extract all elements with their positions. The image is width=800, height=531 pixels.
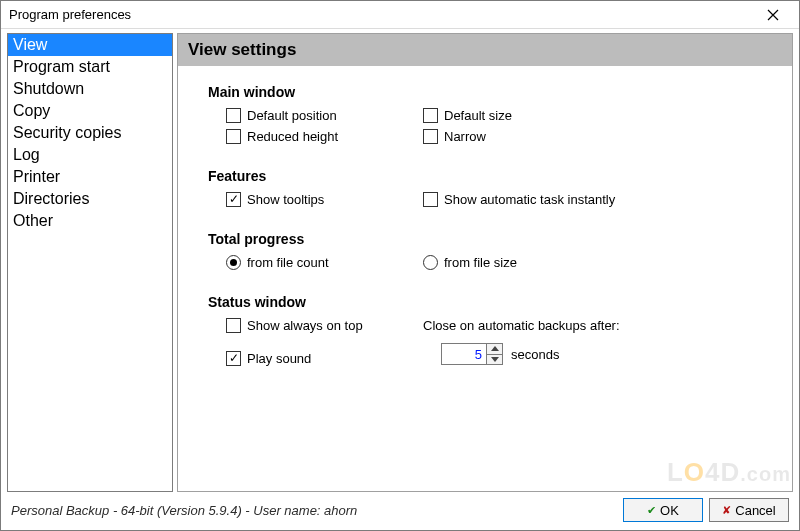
checkbox-icon	[226, 318, 241, 333]
chevron-down-icon	[491, 357, 499, 362]
checkbox-default-position[interactable]: Default position	[208, 108, 423, 123]
section-title: Total progress	[208, 231, 772, 247]
radio-from-file-count[interactable]: from file count	[208, 255, 423, 270]
preferences-window: Program preferences View Program start S…	[0, 0, 800, 531]
checkbox-reduced-height[interactable]: Reduced height	[208, 129, 423, 144]
checkbox-show-tooltips[interactable]: Show tooltips	[208, 192, 423, 207]
chevron-up-icon	[491, 346, 499, 351]
checkbox-default-size[interactable]: Default size	[423, 108, 772, 123]
button-label: Cancel	[735, 503, 775, 518]
section-status-window: Status window Show always on top Play so…	[208, 294, 772, 372]
checkbox-label: Default size	[444, 108, 512, 123]
checkbox-icon	[423, 108, 438, 123]
check-icon: ✔	[647, 505, 656, 516]
panel-heading: View settings	[178, 34, 792, 66]
status-text: Personal Backup - 64-bit (Version 5.9.4)…	[11, 503, 617, 518]
sidebar-item-label: Log	[13, 146, 40, 163]
sidebar-item-label: Directories	[13, 190, 89, 207]
sidebar-item-copy[interactable]: Copy	[8, 100, 172, 122]
section-title: Status window	[208, 294, 772, 310]
radio-from-file-size[interactable]: from file size	[423, 255, 772, 270]
sidebar-item-printer[interactable]: Printer	[8, 166, 172, 188]
checkbox-label: Show tooltips	[247, 192, 324, 207]
section-title: Features	[208, 168, 772, 184]
sidebar-item-label: Printer	[13, 168, 60, 185]
sidebar-item-label: View	[13, 36, 47, 53]
checkbox-label: Show automatic task instantly	[444, 192, 615, 207]
close-seconds-input[interactable]	[441, 343, 487, 365]
spinner-up-button[interactable]	[487, 344, 502, 354]
close-after-label: Close on automatic backups after:	[423, 318, 772, 333]
sidebar-item-security-copies[interactable]: Security copies	[8, 122, 172, 144]
checkbox-icon	[423, 192, 438, 207]
sidebar-item-label: Program start	[13, 58, 110, 75]
checkbox-icon	[226, 351, 241, 366]
checkbox-icon	[226, 192, 241, 207]
checkbox-play-sound[interactable]: Play sound	[208, 351, 423, 366]
checkbox-label: Show always on top	[247, 318, 363, 333]
sidebar-item-directories[interactable]: Directories	[8, 188, 172, 210]
radio-label: from file count	[247, 255, 329, 270]
sidebar-item-program-start[interactable]: Program start	[8, 56, 172, 78]
cancel-button[interactable]: ✘ Cancel	[709, 498, 789, 522]
checkbox-icon	[226, 129, 241, 144]
sidebar-item-other[interactable]: Other	[8, 210, 172, 232]
sidebar-item-log[interactable]: Log	[8, 144, 172, 166]
sidebar-item-label: Security copies	[13, 124, 122, 141]
seconds-unit-label: seconds	[511, 347, 559, 362]
spinner-down-button[interactable]	[487, 354, 502, 365]
button-label: OK	[660, 503, 679, 518]
sidebar-item-view[interactable]: View	[8, 34, 172, 56]
ok-button[interactable]: ✔ OK	[623, 498, 703, 522]
radio-icon	[226, 255, 241, 270]
checkbox-narrow[interactable]: Narrow	[423, 129, 772, 144]
checkbox-label: Reduced height	[247, 129, 338, 144]
section-total-progress: Total progress from file count from fil	[208, 231, 772, 276]
sidebar-item-label: Shutdown	[13, 80, 84, 97]
sidebar-item-label: Other	[13, 212, 53, 229]
section-main-window: Main window Default position Reduced hei…	[208, 84, 772, 150]
checkbox-show-auto-task[interactable]: Show automatic task instantly	[423, 192, 772, 207]
checkbox-icon	[423, 129, 438, 144]
window-title: Program preferences	[7, 7, 753, 22]
category-list[interactable]: View Program start Shutdown Copy Securit…	[7, 33, 173, 492]
checkbox-icon	[226, 108, 241, 123]
titlebar: Program preferences	[1, 1, 799, 29]
checkbox-always-on-top[interactable]: Show always on top	[208, 318, 423, 333]
checkbox-label: Narrow	[444, 129, 486, 144]
sidebar-item-label: Copy	[13, 102, 50, 119]
radio-icon	[423, 255, 438, 270]
window-close-button[interactable]	[753, 1, 793, 29]
panel-body: Main window Default position Reduced hei…	[178, 66, 792, 491]
window-body: View Program start Shutdown Copy Securit…	[1, 29, 799, 492]
footer: Personal Backup - 64-bit (Version 5.9.4)…	[1, 492, 799, 530]
sidebar-item-shutdown[interactable]: Shutdown	[8, 78, 172, 100]
section-features: Features Show tooltips Show automatic t	[208, 168, 772, 213]
close-seconds-spinner	[441, 343, 503, 365]
settings-panel: View settings Main window Default positi…	[177, 33, 793, 492]
cross-icon: ✘	[722, 505, 731, 516]
section-title: Main window	[208, 84, 772, 100]
radio-label: from file size	[444, 255, 517, 270]
close-icon	[767, 9, 779, 21]
checkbox-label: Play sound	[247, 351, 311, 366]
checkbox-label: Default position	[247, 108, 337, 123]
